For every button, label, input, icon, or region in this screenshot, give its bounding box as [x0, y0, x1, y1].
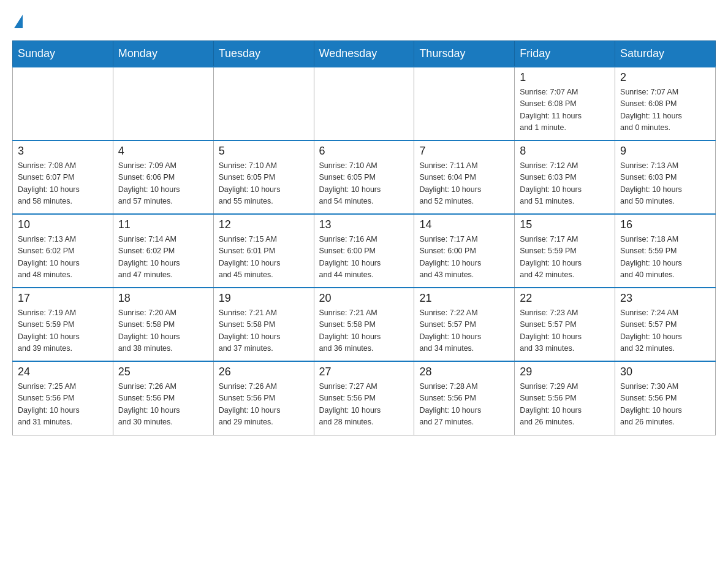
day-number: 28: [419, 366, 509, 378]
calendar-cell: 25Sunrise: 7:26 AMSunset: 5:56 PMDayligh…: [113, 361, 213, 435]
day-number: 1: [520, 71, 610, 84]
calendar-cell: 3Sunrise: 7:08 AMSunset: 6:07 PMDaylight…: [13, 140, 113, 214]
day-number: 24: [18, 366, 108, 378]
day-number: 30: [620, 366, 710, 378]
calendar-cell: 20Sunrise: 7:21 AMSunset: 5:58 PMDayligh…: [314, 288, 414, 361]
day-info: Sunrise: 7:19 AMSunset: 5:59 PMDaylight:…: [18, 307, 108, 355]
day-number: 3: [18, 145, 108, 158]
calendar-cell: 5Sunrise: 7:10 AMSunset: 6:05 PMDaylight…: [213, 140, 314, 214]
calendar-cell: 14Sunrise: 7:17 AMSunset: 6:00 PMDayligh…: [414, 214, 515, 288]
calendar-cell: 27Sunrise: 7:27 AMSunset: 5:56 PMDayligh…: [314, 361, 414, 435]
calendar-cell: 13Sunrise: 7:16 AMSunset: 6:00 PMDayligh…: [314, 214, 414, 288]
calendar-cell: 12Sunrise: 7:15 AMSunset: 6:01 PMDayligh…: [213, 214, 314, 288]
day-number: 5: [219, 145, 309, 158]
calendar-cell: 17Sunrise: 7:19 AMSunset: 5:59 PMDayligh…: [13, 288, 113, 361]
calendar-cell: [314, 67, 414, 140]
calendar-cell: 1Sunrise: 7:07 AMSunset: 6:08 PMDaylight…: [515, 67, 615, 140]
day-info: Sunrise: 7:08 AMSunset: 6:07 PMDaylight:…: [18, 160, 108, 208]
day-info: Sunrise: 7:13 AMSunset: 6:02 PMDaylight:…: [18, 234, 108, 282]
day-info: Sunrise: 7:10 AMSunset: 6:05 PMDaylight:…: [219, 160, 309, 208]
day-info: Sunrise: 7:21 AMSunset: 5:58 PMDaylight:…: [219, 307, 309, 355]
day-info: Sunrise: 7:17 AMSunset: 5:59 PMDaylight:…: [520, 234, 610, 282]
day-number: 21: [419, 292, 509, 305]
week-row-5: 24Sunrise: 7:25 AMSunset: 5:56 PMDayligh…: [13, 361, 716, 435]
weekday-header-sunday: Sunday: [13, 41, 113, 67]
day-info: Sunrise: 7:17 AMSunset: 6:00 PMDaylight:…: [419, 234, 509, 282]
calendar-cell: 8Sunrise: 7:12 AMSunset: 6:03 PMDaylight…: [515, 140, 615, 214]
day-number: 23: [620, 292, 710, 305]
calendar-cell: 16Sunrise: 7:18 AMSunset: 5:59 PMDayligh…: [615, 214, 716, 288]
weekday-header-wednesday: Wednesday: [314, 41, 414, 67]
day-number: 29: [520, 366, 610, 378]
day-number: 14: [419, 218, 509, 231]
day-info: Sunrise: 7:15 AMSunset: 6:01 PMDaylight:…: [219, 234, 309, 282]
day-info: Sunrise: 7:11 AMSunset: 6:04 PMDaylight:…: [419, 160, 509, 208]
day-info: Sunrise: 7:10 AMSunset: 6:05 PMDaylight:…: [319, 160, 409, 208]
day-info: Sunrise: 7:25 AMSunset: 5:56 PMDaylight:…: [18, 381, 108, 429]
calendar-cell: 26Sunrise: 7:26 AMSunset: 5:56 PMDayligh…: [213, 361, 314, 435]
day-info: Sunrise: 7:07 AMSunset: 6:08 PMDaylight:…: [520, 86, 610, 134]
day-number: 4: [118, 145, 208, 158]
calendar-cell: 24Sunrise: 7:25 AMSunset: 5:56 PMDayligh…: [13, 361, 113, 435]
calendar-table: SundayMondayTuesdayWednesdayThursdayFrid…: [12, 40, 716, 435]
calendar-cell: 28Sunrise: 7:28 AMSunset: 5:56 PMDayligh…: [414, 361, 515, 435]
day-number: 12: [219, 218, 309, 231]
day-info: Sunrise: 7:22 AMSunset: 5:57 PMDaylight:…: [419, 307, 509, 355]
day-number: 9: [620, 145, 710, 158]
day-number: 2: [620, 71, 710, 84]
week-row-3: 10Sunrise: 7:13 AMSunset: 6:02 PMDayligh…: [13, 214, 716, 288]
calendar-cell: 19Sunrise: 7:21 AMSunset: 5:58 PMDayligh…: [213, 288, 314, 361]
day-number: 11: [118, 218, 208, 231]
calendar-cell: 22Sunrise: 7:23 AMSunset: 5:57 PMDayligh…: [515, 288, 615, 361]
day-info: Sunrise: 7:30 AMSunset: 5:56 PMDaylight:…: [620, 381, 710, 429]
day-number: 22: [520, 292, 610, 305]
weekday-header-thursday: Thursday: [414, 41, 515, 67]
day-number: 17: [18, 292, 108, 305]
logo-triangle-icon: [14, 15, 23, 28]
day-number: 10: [18, 218, 108, 231]
calendar-cell: 6Sunrise: 7:10 AMSunset: 6:05 PMDaylight…: [314, 140, 414, 214]
day-number: 6: [319, 145, 409, 158]
day-info: Sunrise: 7:07 AMSunset: 6:08 PMDaylight:…: [620, 86, 710, 134]
day-info: Sunrise: 7:29 AMSunset: 5:56 PMDaylight:…: [520, 381, 610, 429]
calendar-cell: [213, 67, 314, 140]
calendar-cell: 2Sunrise: 7:07 AMSunset: 6:08 PMDaylight…: [615, 67, 716, 140]
calendar-cell: 4Sunrise: 7:09 AMSunset: 6:06 PMDaylight…: [113, 140, 213, 214]
calendar-cell: 18Sunrise: 7:20 AMSunset: 5:58 PMDayligh…: [113, 288, 213, 361]
day-number: 27: [319, 366, 409, 378]
day-info: Sunrise: 7:18 AMSunset: 5:59 PMDaylight:…: [620, 234, 710, 282]
calendar-cell: 21Sunrise: 7:22 AMSunset: 5:57 PMDayligh…: [414, 288, 515, 361]
week-row-4: 17Sunrise: 7:19 AMSunset: 5:59 PMDayligh…: [13, 288, 716, 361]
day-number: 20: [319, 292, 409, 305]
day-number: 13: [319, 218, 409, 231]
calendar-cell: 15Sunrise: 7:17 AMSunset: 5:59 PMDayligh…: [515, 214, 615, 288]
day-number: 18: [118, 292, 208, 305]
day-info: Sunrise: 7:26 AMSunset: 5:56 PMDaylight:…: [219, 381, 309, 429]
day-info: Sunrise: 7:27 AMSunset: 5:56 PMDaylight:…: [319, 381, 409, 429]
day-number: 26: [219, 366, 309, 378]
day-number: 8: [520, 145, 610, 158]
calendar-cell: 23Sunrise: 7:24 AMSunset: 5:57 PMDayligh…: [615, 288, 716, 361]
day-info: Sunrise: 7:13 AMSunset: 6:03 PMDaylight:…: [620, 160, 710, 208]
weekday-header-friday: Friday: [515, 41, 615, 67]
day-number: 25: [118, 366, 208, 378]
calendar-cell: 30Sunrise: 7:30 AMSunset: 5:56 PMDayligh…: [615, 361, 716, 435]
calendar-cell: [414, 67, 515, 140]
day-info: Sunrise: 7:09 AMSunset: 6:06 PMDaylight:…: [118, 160, 208, 208]
day-info: Sunrise: 7:28 AMSunset: 5:56 PMDaylight:…: [419, 381, 509, 429]
day-info: Sunrise: 7:14 AMSunset: 6:02 PMDaylight:…: [118, 234, 208, 282]
day-info: Sunrise: 7:20 AMSunset: 5:58 PMDaylight:…: [118, 307, 208, 355]
page-header: [12, 12, 716, 28]
day-info: Sunrise: 7:21 AMSunset: 5:58 PMDaylight:…: [319, 307, 409, 355]
week-row-1: 1Sunrise: 7:07 AMSunset: 6:08 PMDaylight…: [13, 67, 716, 140]
day-info: Sunrise: 7:26 AMSunset: 5:56 PMDaylight:…: [118, 381, 208, 429]
week-row-2: 3Sunrise: 7:08 AMSunset: 6:07 PMDaylight…: [13, 140, 716, 214]
calendar-cell: 10Sunrise: 7:13 AMSunset: 6:02 PMDayligh…: [13, 214, 113, 288]
weekday-header-row: SundayMondayTuesdayWednesdayThursdayFrid…: [13, 41, 716, 67]
calendar-cell: 29Sunrise: 7:29 AMSunset: 5:56 PMDayligh…: [515, 361, 615, 435]
logo: [12, 12, 23, 28]
weekday-header-saturday: Saturday: [615, 41, 716, 67]
calendar-cell: [13, 67, 113, 140]
day-number: 15: [520, 218, 610, 231]
day-info: Sunrise: 7:12 AMSunset: 6:03 PMDaylight:…: [520, 160, 610, 208]
